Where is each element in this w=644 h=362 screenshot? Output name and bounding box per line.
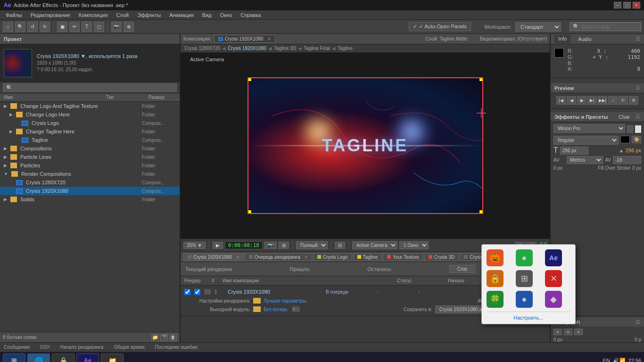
popup-icon-7[interactable]: 🍀: [487, 291, 504, 308]
popup-icon-4[interactable]: 🔒: [487, 270, 504, 287]
toolbar-shape[interactable]: ◻: [94, 22, 104, 32]
quality-select[interactable]: Полный: [296, 241, 328, 249]
search-box[interactable]: 🔍: [570, 22, 641, 31]
close-button[interactable]: ✕: [633, 2, 640, 8]
menu-effects[interactable]: Эффекты: [133, 11, 165, 19]
prev-audio[interactable]: ♪: [608, 96, 618, 105]
tree-item-crysis-1920[interactable]: ▶ Crysis 1920X1080 Composi...: [0, 187, 180, 195]
new-comp-btn[interactable]: 🎬: [160, 334, 168, 341]
security-btn[interactable]: 🔒: [52, 354, 74, 362]
workspace-select[interactable]: Стандарт: [515, 22, 561, 32]
menu-layer[interactable]: Слой: [112, 11, 132, 19]
toolbar-tool1[interactable]: ↺: [27, 22, 38, 32]
align-left[interactable]: ≡: [553, 329, 562, 335]
style-select[interactable]: Regular: [553, 136, 619, 145]
font-select[interactable]: Minion Pro: [553, 124, 625, 133]
menu-edit[interactable]: Редактирование: [27, 11, 74, 19]
comp-tab-close[interactable]: ✕: [267, 36, 271, 41]
tab-tagline[interactable]: Tagline: [353, 253, 382, 261]
chrome-btn[interactable]: 🌐: [27, 354, 50, 362]
menu-window[interactable]: Окно: [216, 11, 236, 19]
av-select[interactable]: Metrics: [567, 156, 603, 164]
color-swatch[interactable]: [554, 48, 564, 58]
timecode[interactable]: 0:00:08:18: [225, 241, 263, 249]
popup-icon-9[interactable]: ◆: [545, 291, 562, 308]
font-tool-btn[interactable]: [627, 125, 633, 133]
auto-open-panels[interactable]: ✓ ✓ Auto-Open Panels: [409, 22, 471, 31]
breadcrumb-tagline[interactable]: Tagline: [338, 46, 353, 51]
handle-br[interactable]: [479, 210, 483, 214]
prev-skip-start[interactable]: |◀: [556, 96, 566, 105]
av-input[interactable]: [613, 156, 641, 164]
tree-item-crysis-1280[interactable]: ▶ Crysis 1280X720 Composi...: [0, 178, 180, 187]
toolbar-pen[interactable]: ✏: [69, 22, 80, 32]
tab-render-queue[interactable]: Очередь рендеринга ✕: [245, 253, 312, 261]
align-right[interactable]: ≡: [574, 329, 583, 335]
popup-icon-5[interactable]: ⊞: [516, 270, 533, 287]
font-size-input[interactable]: [560, 147, 588, 155]
prev-frame-fwd[interactable]: ▶|: [587, 96, 597, 105]
camera-select[interactable]: Active Camera: [352, 241, 397, 249]
tab-close-rq[interactable]: ✕: [304, 255, 308, 260]
add-output-btn[interactable]: +: [292, 306, 300, 312]
tab-char[interactable]: Char: [615, 113, 634, 121]
popup-icon-ae[interactable]: Ae: [545, 249, 562, 266]
toolbar-tool2[interactable]: ↻: [40, 22, 50, 32]
tree-item-particle-lines[interactable]: ▶ Particle Lines Folder: [0, 153, 180, 161]
paragraph-menu[interactable]: ☰: [636, 319, 640, 325]
tab-crysis-logo[interactable]: Crysis Logo: [313, 253, 352, 261]
prev-frame-back[interactable]: ◀: [567, 96, 576, 105]
new-folder-btn[interactable]: 📁: [151, 334, 159, 341]
camera-btn[interactable]: 📷: [264, 242, 277, 249]
tree-item-solids[interactable]: ▶ Solids Folder: [0, 195, 180, 204]
menu-help[interactable]: Справка: [237, 11, 264, 19]
popup-icon-6[interactable]: ✕: [545, 270, 562, 287]
prev-settings[interactable]: ⚙: [629, 96, 638, 105]
breadcrumb-1920[interactable]: Crysis 1920X1080: [228, 46, 266, 51]
tree-item-crysis-logo[interactable]: ▶ Crysis Logo Composi...: [0, 119, 180, 127]
folder-btn[interactable]: 📁: [101, 354, 124, 362]
info-menu[interactable]: ☰: [636, 36, 640, 42]
effects-menu[interactable]: ☰: [636, 114, 640, 120]
tree-item-change-logo-here[interactable]: ▶ Change Logo Here Folder: [0, 110, 180, 119]
preview-menu[interactable]: ☰: [636, 85, 640, 91]
configure-btn[interactable]: Настроить...: [487, 315, 570, 321]
handle-tr[interactable]: [479, 78, 483, 82]
tab-your-texture[interactable]: Your Texture: [383, 253, 423, 261]
breadcrumb-taglinefinal[interactable]: Tagline Final: [304, 46, 330, 51]
handle-bl[interactable]: [248, 210, 252, 214]
rq-check2[interactable]: [194, 289, 200, 295]
toolbar-text[interactable]: T: [82, 22, 92, 32]
canvas-view[interactable]: TAGLINE: [248, 77, 483, 214]
minimize-button[interactable]: ─: [614, 2, 621, 8]
rq-check[interactable]: [184, 289, 190, 295]
crop-btn[interactable]: Crop: [449, 265, 476, 273]
tree-item-particles[interactable]: ▶ Particles Folder: [0, 161, 180, 170]
prev-play[interactable]: ▶: [577, 96, 586, 105]
align-center[interactable]: ≡: [564, 329, 572, 335]
settings-link[interactable]: Лучшие параметры: [264, 298, 306, 304]
toolbar-anchor[interactable]: ⊕: [124, 22, 134, 32]
popup-icon-1[interactable]: 🎃: [487, 249, 504, 266]
output-link[interactable]: Без потерь: [264, 307, 288, 312]
menu-animation[interactable]: Анимация: [165, 11, 198, 19]
tab-close-crysis1920[interactable]: ✕: [236, 255, 239, 260]
tab-crysis-3d[interactable]: Crysis 3D: [424, 253, 459, 261]
popup-icon-2[interactable]: ●: [516, 249, 533, 266]
play-btn[interactable]: ▶: [213, 242, 223, 249]
ae-taskbar-btn[interactable]: Ae: [76, 354, 99, 362]
menu-view[interactable]: Вид: [198, 11, 215, 19]
grid-btn[interactable]: ⊞: [279, 242, 289, 249]
search-input[interactable]: [581, 24, 638, 30]
comp-tab-active[interactable]: Crysis 1920X1080 ✕: [214, 35, 275, 43]
tree-item-tagline[interactable]: ▶ Tagline Composi...: [0, 136, 180, 144]
tab-crysis-1920[interactable]: Crysis 1920X1080 ✕: [183, 253, 244, 261]
toolbar-cam[interactable]: 📷: [111, 22, 122, 32]
breadcrumb-tagline3d[interactable]: Tagline 3D: [274, 46, 296, 51]
menu-files[interactable]: Файлы: [2, 11, 26, 19]
popup-icon-8[interactable]: ●: [516, 291, 533, 308]
project-search[interactable]: [0, 82, 180, 93]
view-select[interactable]: 1 Окно: [399, 241, 429, 249]
zoom-btn[interactable]: 25% ▼: [183, 242, 206, 249]
tree-item-change-logo-tagline[interactable]: ▶ Change Logo And Tagline Texture Folder: [0, 102, 180, 110]
